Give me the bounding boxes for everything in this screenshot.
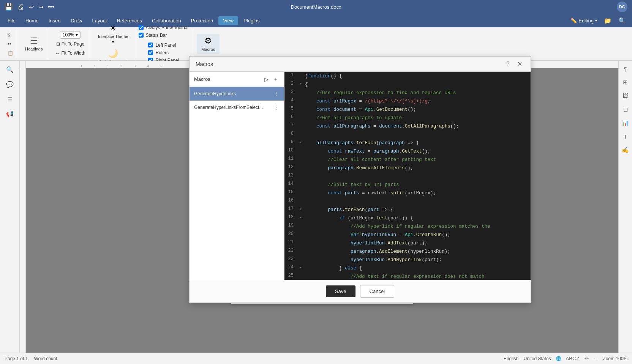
- macros-btn[interactable]: ⚙ Macros: [197, 34, 220, 54]
- left-panel-input[interactable]: [148, 43, 153, 47]
- dialog-footer: Save Cancel: [190, 280, 531, 303]
- zoom-row: 100% ▾: [60, 31, 81, 39]
- macro-item-0[interactable]: GenerateHyperLinks ⋮: [190, 87, 284, 101]
- layout-icon[interactable]: ↔: [593, 356, 598, 361]
- zoom-status[interactable]: Zoom 100%: [603, 356, 627, 361]
- vertical-ruler: [20, 68, 26, 353]
- macro-list-header: Macros ▷ ＋: [190, 72, 284, 87]
- code-line-24: 24 ▾ } else {: [284, 264, 531, 272]
- ribbon-copy-group: ⎘ ✂ 📋: [3, 29, 18, 59]
- ribbon-cut-btn[interactable]: ✂: [5, 40, 16, 48]
- headings-icon: ☰: [30, 36, 38, 46]
- always-show-toolbar-input[interactable]: [139, 25, 144, 30]
- code-line-22: 22 paragraph.AddElement(hyperlinkRun);: [284, 247, 531, 255]
- text-sidebar-icon[interactable]: T: [622, 131, 629, 142]
- interface-theme-btn[interactable]: ☀ Interface Theme ▾: [96, 22, 131, 46]
- dialog-header: Macros ? ✕: [190, 57, 531, 72]
- right-sidebar: ¶ ⊞ 🖼 ◻ 📊 T ✍: [618, 61, 632, 353]
- copy-icon: ⎘: [8, 32, 10, 38]
- fit-to-width-btn[interactable]: ↔ Fit To Width: [53, 49, 87, 57]
- dialog-help-btn[interactable]: ?: [504, 60, 512, 68]
- editing-chevron-icon: ▾: [595, 19, 597, 23]
- code-line-9: 9 ▾ allParagraphs.forEach(paragraph => {: [284, 139, 531, 147]
- code-line-20: 20 var hyperlinkRun = Api.CreateRun();: [284, 230, 531, 239]
- dialog-save-btn[interactable]: Save: [326, 285, 356, 297]
- status-bar-input[interactable]: [139, 33, 144, 38]
- search-icon[interactable]: 🔍: [615, 16, 629, 26]
- macro-item-menu-1[interactable]: ⋮: [273, 104, 280, 111]
- code-line-11: 11 //Clear all content after getting tex…: [284, 155, 531, 164]
- avatar[interactable]: DG: [617, 2, 627, 12]
- menu-home[interactable]: Home: [21, 16, 43, 25]
- announce-sidebar-icon[interactable]: 📢: [4, 108, 16, 120]
- ribbon-macros-group: ⚙ Macros: [194, 29, 223, 59]
- headings-btn[interactable]: ☰ Headings: [23, 35, 45, 53]
- rulers-input[interactable]: [148, 50, 153, 55]
- document-title: DocumentMacros.docx: [291, 4, 341, 10]
- table-sidebar-icon[interactable]: ⊞: [621, 77, 630, 88]
- menu-protection[interactable]: Protection: [186, 16, 218, 25]
- more-icon[interactable]: •••: [48, 3, 54, 10]
- ribbon-copy-btn[interactable]: ⎘: [5, 31, 16, 39]
- print-icon[interactable]: 🖨: [17, 3, 24, 11]
- ribbon-zoom-group: 100% ▾ ⊡ Fit To Page ↔ Fit To Width: [50, 29, 91, 59]
- code-line-12: 12 paragraph.RemoveAllElements();: [284, 164, 531, 172]
- redo-icon[interactable]: ↪: [38, 3, 43, 11]
- cut-icon: ✂: [8, 41, 11, 47]
- language[interactable]: English – United States: [504, 356, 551, 361]
- macro-item-name-0: GenerateHyperLinks: [194, 91, 236, 96]
- fit-to-page-btn[interactable]: ⊡ Fit To Page: [54, 40, 87, 48]
- code-editor[interactable]: 1 (function() { 2 ▾ { 3 //Use regular ex…: [284, 72, 531, 280]
- ribbon-paste-btn[interactable]: 📋: [5, 49, 16, 57]
- rulers-label: Rulers: [155, 50, 169, 55]
- search-sidebar-icon[interactable]: 🔍: [4, 64, 16, 76]
- macro-item-menu-0[interactable]: ⋮: [273, 90, 280, 98]
- macros-icon: ⚙: [204, 36, 212, 46]
- menu-file[interactable]: File: [3, 16, 20, 25]
- signature-sidebar-icon[interactable]: ✍: [620, 145, 631, 155]
- language-globe-icon[interactable]: 🌐: [556, 356, 561, 361]
- fit-to-width-label: Fit To Width: [61, 50, 85, 56]
- outline-sidebar-icon[interactable]: ☰: [5, 93, 15, 105]
- left-panel-checkbox[interactable]: Left Panel: [148, 43, 179, 48]
- comment-sidebar-icon[interactable]: 💬: [4, 79, 16, 90]
- spellcheck-icon[interactable]: ABC✓: [566, 356, 580, 361]
- word-count[interactable]: Word count: [34, 356, 57, 361]
- checkboxes-column: Always Show Toolbar Status Bar: [139, 24, 189, 39]
- code-line-1: 1 (function() {: [284, 72, 531, 80]
- dark-doc-icon: 🌙: [108, 49, 118, 58]
- code-line-7: 7 const allParagraphs = document.GetAllP…: [284, 122, 531, 130]
- dialog-body: Macros ▷ ＋ GenerateHyperLinks ⋮ Generate…: [190, 72, 531, 280]
- macro-add-btn[interactable]: ＋: [272, 75, 280, 84]
- menu-insert[interactable]: Insert: [44, 16, 66, 25]
- menu-view[interactable]: View: [218, 16, 238, 25]
- location-icon[interactable]: 📁: [601, 16, 615, 26]
- code-line-19: 19 //Add hyperlink if regular expression…: [284, 222, 531, 230]
- menu-draw[interactable]: Draw: [66, 16, 87, 25]
- zoom-dropdown[interactable]: 100% ▾: [60, 31, 81, 39]
- always-show-toolbar-checkbox[interactable]: Always Show Toolbar: [139, 25, 189, 30]
- code-line-18: 18 ▾ if (urlRegex.test(part)) {: [284, 214, 531, 222]
- menu-bar: File Home Insert Draw Layout References …: [0, 14, 632, 27]
- chart-sidebar-icon[interactable]: 📊: [620, 118, 631, 128]
- macro-item-1[interactable]: GenerateHyperLinksFromSelect... ⋮: [190, 101, 284, 114]
- pencil-icon: ✏️: [570, 17, 577, 24]
- ribbon: ⎘ ✂ 📋 ☰ Headings 100% ▾ ⊡ Fit To Page: [0, 27, 632, 61]
- editing-badge[interactable]: ✏️ Editing ▾: [567, 16, 600, 25]
- dialog-close-btn[interactable]: ✕: [515, 60, 525, 68]
- rulers-checkbox[interactable]: Rulers: [148, 50, 179, 55]
- track-changes-icon[interactable]: ✏: [585, 356, 589, 361]
- macro-list-panel: Macros ▷ ＋ GenerateHyperLinks ⋮ Generate…: [190, 72, 284, 280]
- image-sidebar-icon[interactable]: 🖼: [621, 91, 630, 101]
- save-icon[interactable]: 💾: [5, 3, 13, 11]
- shape-sidebar-icon[interactable]: ◻: [621, 104, 630, 115]
- undo-icon[interactable]: ↩: [29, 3, 34, 11]
- code-line-13: 13: [284, 172, 531, 180]
- macro-list-icons: ▷ ＋: [263, 75, 280, 84]
- macro-run-btn[interactable]: ▷: [263, 75, 270, 84]
- dialog-cancel-btn[interactable]: Cancel: [360, 285, 394, 298]
- menu-plugins[interactable]: Plugins: [239, 16, 264, 25]
- ribbon-headings-group: ☰ Headings: [20, 29, 48, 59]
- paragraph-sidebar-icon[interactable]: ¶: [622, 64, 629, 74]
- status-bar-checkbox[interactable]: Status Bar: [139, 33, 189, 38]
